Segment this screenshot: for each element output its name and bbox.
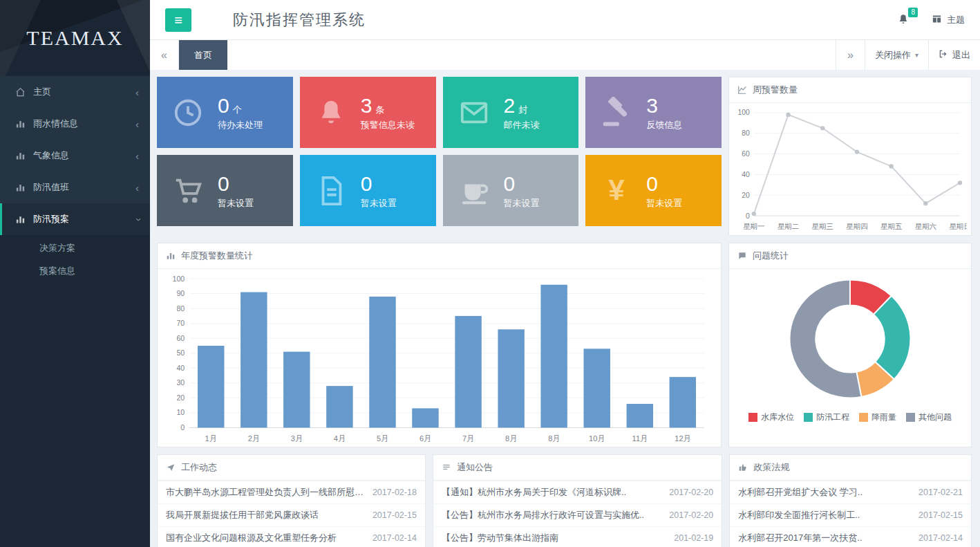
panel-title: 问题统计 xyxy=(753,250,789,262)
sidebar-subitem-plan-info[interactable]: 预案信息 xyxy=(0,259,150,282)
scroll-tabs-left-button[interactable]: « xyxy=(150,40,179,70)
stat-value: 0 xyxy=(504,172,540,195)
notifications-button[interactable]: 8 xyxy=(897,13,911,27)
stat-tile-mail[interactable]: 2封 邮件未读 xyxy=(443,77,579,148)
legend-item: 其他问题 xyxy=(906,411,952,423)
svg-text:11月: 11月 xyxy=(632,434,648,442)
logout-button[interactable]: 退出 xyxy=(928,40,980,70)
sidebar-filler xyxy=(0,286,150,547)
svg-text:60: 60 xyxy=(176,334,185,342)
stat-label: 预警信息未读 xyxy=(361,119,415,131)
policies-panel: 政策法规 水利部召开党组扩大会议 学习.. 2017-02-21 水利部印发全面… xyxy=(729,454,972,547)
svg-text:星期日: 星期日 xyxy=(949,223,967,230)
stat-tile-feedback[interactable]: 3 反馈信息 xyxy=(585,77,722,148)
svg-text:90: 90 xyxy=(176,289,185,297)
svg-text:20: 20 xyxy=(742,192,750,199)
paper-plane-icon xyxy=(166,463,176,472)
bell-icon xyxy=(897,16,910,28)
svg-text:1月: 1月 xyxy=(205,434,217,442)
tab-home[interactable]: 首页 xyxy=(179,40,227,70)
bar-chart-icon xyxy=(15,151,26,161)
issue-donut-chart xyxy=(729,269,971,409)
svg-text:4月: 4月 xyxy=(334,434,346,442)
stat-label: 反馈信息 xyxy=(646,119,682,131)
svg-text:12月: 12月 xyxy=(675,434,690,442)
sidebar-nav: 主页 ‹ 雨水情信息 ‹ 气象信息 ‹ 防汛值 xyxy=(0,76,150,286)
legend-swatch xyxy=(748,413,757,422)
sidebar-item-flood-duty[interactable]: 防汛值班 ‹ xyxy=(0,171,150,203)
list-item[interactable]: 【公告】杭州市水务局排水行政许可设置与实施优.. 2017-02-20 xyxy=(433,503,722,526)
clock-icon xyxy=(172,97,204,129)
envelope-icon xyxy=(458,97,490,129)
caret-down-icon: ▾ xyxy=(915,51,918,59)
cart-icon xyxy=(172,175,204,207)
svg-text:3月: 3月 xyxy=(291,434,303,442)
svg-text:8月: 8月 xyxy=(548,434,560,442)
list-item[interactable]: 水利部召开党组扩大会议 学习.. 2017-02-21 xyxy=(730,481,971,503)
svg-text:80: 80 xyxy=(176,304,185,313)
topbar-right: 8 主题 xyxy=(897,13,965,27)
line-chart-icon xyxy=(737,85,747,95)
legend-swatch xyxy=(859,413,868,422)
stat-value: 2封 xyxy=(504,94,540,117)
stat-tile-cart[interactable]: 0 暂未设置 xyxy=(157,155,293,226)
scroll-tabs-right-button[interactable]: » xyxy=(836,40,865,70)
svg-text:星期三: 星期三 xyxy=(812,223,833,230)
donut-legend: 水库水位防汛工程降雨量其他问题 xyxy=(729,409,971,432)
page-title: 防汛指挥管理系统 xyxy=(233,10,366,30)
bar-chart-icon xyxy=(15,119,26,129)
stat-tile-file[interactable]: 0 暂未设置 xyxy=(300,155,436,226)
svg-text:100: 100 xyxy=(173,274,185,282)
stat-tile-todo[interactable]: 0个 待办未处理 xyxy=(157,77,293,148)
svg-text:100: 100 xyxy=(737,109,750,116)
list-item[interactable]: 国有企业文化问题根源及文化重塑任务分析 2017-02-14 xyxy=(158,526,425,547)
sidebar-subitem-decision-plan[interactable]: 决策方案 xyxy=(0,237,150,259)
annual-warnings-panel: 年度预警数量统计 01020304050607080901001月2月3月4月5… xyxy=(157,243,722,448)
theme-label: 主题 xyxy=(947,14,965,26)
file-text-icon xyxy=(315,175,347,207)
list-item[interactable]: 【通知】杭州市水务局关于印发《河道标识牌.. 2017-02-20 xyxy=(433,481,722,503)
svg-text:星期六: 星期六 xyxy=(915,223,936,230)
legend-item: 水库水位 xyxy=(748,411,794,423)
coffee-icon xyxy=(458,175,490,207)
stat-tile-coffee[interactable]: 0 暂未设置 xyxy=(443,155,579,226)
sidebar-item-rainwater[interactable]: 雨水情信息 ‹ xyxy=(0,108,150,140)
sidebar-item-flood-plan[interactable]: 防汛预案 ‹ xyxy=(0,203,150,235)
chevron-left-icon: ‹ xyxy=(135,183,139,193)
list-item[interactable]: 水利部印发全面推行河长制工.. 2017-02-15 xyxy=(730,503,971,526)
hamburger-icon: ≡ xyxy=(174,12,182,28)
svg-text:40: 40 xyxy=(176,364,185,372)
yen-icon: ¥ xyxy=(601,175,632,207)
list-item[interactable]: 市大鹏半岛水源工程管理处负责人到一线部所慰问新春 2017-02-18 xyxy=(158,481,425,503)
svg-text:2月: 2月 xyxy=(248,434,260,442)
stat-label: 待办未处理 xyxy=(218,119,263,131)
double-chevron-right-icon: » xyxy=(847,49,854,62)
svg-text:8月: 8月 xyxy=(505,434,517,442)
stat-value: 3条 xyxy=(361,94,415,117)
theme-icon xyxy=(932,14,942,26)
weekly-warnings-panel: 周预警数量 020406080100星期一星期二星期三星期四星期五星期六星期日 xyxy=(728,77,972,236)
logout-icon xyxy=(939,49,948,61)
double-chevron-left-icon: « xyxy=(161,49,167,62)
sidebar-item-weather[interactable]: 气象信息 ‹ xyxy=(0,140,150,171)
tabbar: « 首页 » 关闭操作 ▾ 退出 xyxy=(150,39,980,70)
app-window: TEAMAX 主页 ‹ 雨水情信息 ‹ 气象信息 xyxy=(0,0,980,547)
list-item[interactable]: 我局开展新提拔任用干部党风廉政谈话 2017-02-15 xyxy=(158,503,425,526)
close-operations-dropdown[interactable]: 关闭操作 ▾ xyxy=(865,40,928,70)
svg-text:0: 0 xyxy=(180,423,185,432)
list-item[interactable]: 【公告】劳动节集体出游指南 201-02-19 xyxy=(433,526,722,547)
theme-button[interactable]: 主题 xyxy=(932,14,965,26)
svg-text:10: 10 xyxy=(176,408,185,416)
svg-text:30: 30 xyxy=(176,378,185,387)
panel-title: 工作动态 xyxy=(181,461,217,474)
list-item[interactable]: 水利部召开2017年第一次扶贫.. 2017-02-14 xyxy=(730,526,971,547)
panel-title: 年度预警数量统计 xyxy=(181,250,253,262)
menu-toggle-button[interactable]: ≡ xyxy=(165,8,191,32)
svg-text:0: 0 xyxy=(746,212,750,220)
stat-tile-yen[interactable]: ¥ 0 暂未设置 xyxy=(585,155,722,226)
panel-title: 周预警数量 xyxy=(753,84,798,96)
svg-text:80: 80 xyxy=(742,129,750,137)
stat-tile-warnings[interactable]: 3条 预警信息未读 xyxy=(300,77,436,148)
svg-text:星期二: 星期二 xyxy=(778,223,799,230)
sidebar-item-home[interactable]: 主页 ‹ xyxy=(0,76,150,108)
